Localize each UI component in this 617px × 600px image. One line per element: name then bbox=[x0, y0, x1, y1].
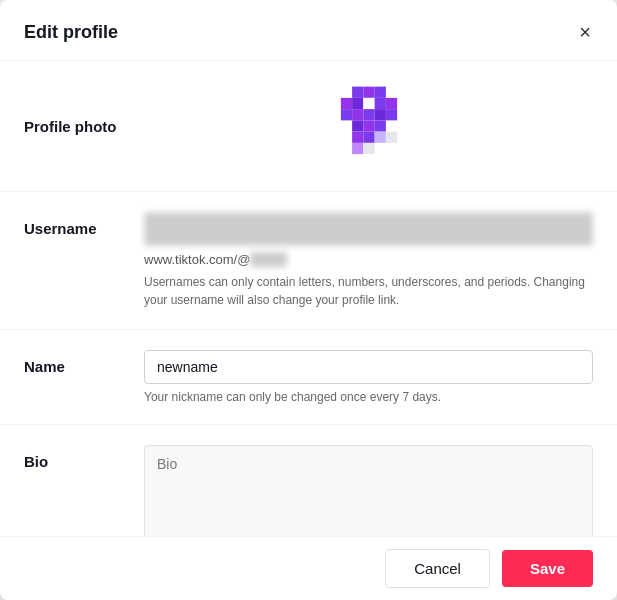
svg-rect-19 bbox=[385, 132, 396, 143]
svg-rect-15 bbox=[374, 120, 385, 131]
svg-rect-16 bbox=[352, 132, 363, 143]
edit-profile-modal: Edit profile × Profile photo bbox=[0, 0, 617, 600]
modal-title: Edit profile bbox=[24, 22, 118, 43]
tiktok-url: www.tiktok.com/@•••••••• bbox=[144, 252, 593, 267]
svg-rect-20 bbox=[352, 143, 363, 154]
svg-rect-2 bbox=[374, 87, 385, 98]
username-input[interactable] bbox=[144, 212, 593, 246]
modal-header: Edit profile × bbox=[0, 0, 617, 61]
username-label: Username bbox=[24, 212, 144, 237]
svg-rect-12 bbox=[385, 109, 396, 120]
modal-body: Profile photo bbox=[0, 61, 617, 536]
svg-rect-11 bbox=[374, 109, 385, 120]
svg-rect-18 bbox=[374, 132, 385, 143]
bio-label: Bio bbox=[24, 445, 144, 470]
svg-rect-10 bbox=[363, 109, 374, 120]
svg-rect-9 bbox=[352, 109, 363, 120]
svg-rect-1 bbox=[363, 87, 374, 98]
svg-rect-13 bbox=[352, 120, 363, 131]
svg-rect-8 bbox=[340, 109, 351, 120]
name-content: Your nickname can only be changed once e… bbox=[144, 350, 593, 404]
name-section: Name Your nickname can only be changed o… bbox=[0, 330, 617, 425]
svg-rect-7 bbox=[385, 98, 396, 109]
username-content: www.tiktok.com/@•••••••• Usernames can o… bbox=[144, 212, 593, 309]
svg-rect-21 bbox=[363, 143, 374, 154]
avatar[interactable] bbox=[324, 81, 414, 171]
save-button[interactable]: Save bbox=[502, 550, 593, 587]
svg-rect-5 bbox=[363, 98, 374, 109]
profile-photo-section: Profile photo bbox=[0, 61, 617, 192]
svg-rect-6 bbox=[374, 98, 385, 109]
avatar-image bbox=[324, 81, 414, 171]
svg-rect-14 bbox=[363, 120, 374, 131]
svg-rect-3 bbox=[340, 98, 351, 109]
close-button[interactable]: × bbox=[577, 20, 593, 44]
name-input[interactable] bbox=[144, 350, 593, 384]
bio-content: 0/80 bbox=[144, 445, 593, 536]
username-section: Username www.tiktok.com/@•••••••• Userna… bbox=[0, 192, 617, 330]
profile-photo-label: Profile photo bbox=[24, 118, 144, 135]
svg-rect-0 bbox=[352, 87, 363, 98]
profile-photo-content bbox=[144, 81, 593, 171]
modal-footer: Cancel Save bbox=[0, 536, 617, 600]
svg-rect-17 bbox=[363, 132, 374, 143]
bio-textarea[interactable] bbox=[144, 445, 593, 536]
bio-section: Bio 0/80 bbox=[0, 425, 617, 536]
name-helper-text: Your nickname can only be changed once e… bbox=[144, 390, 593, 404]
username-helper-text: Usernames can only contain letters, numb… bbox=[144, 273, 593, 309]
svg-rect-4 bbox=[352, 98, 363, 109]
name-label: Name bbox=[24, 350, 144, 375]
modal-overlay: Edit profile × Profile photo bbox=[0, 0, 617, 600]
cancel-button[interactable]: Cancel bbox=[385, 549, 490, 588]
